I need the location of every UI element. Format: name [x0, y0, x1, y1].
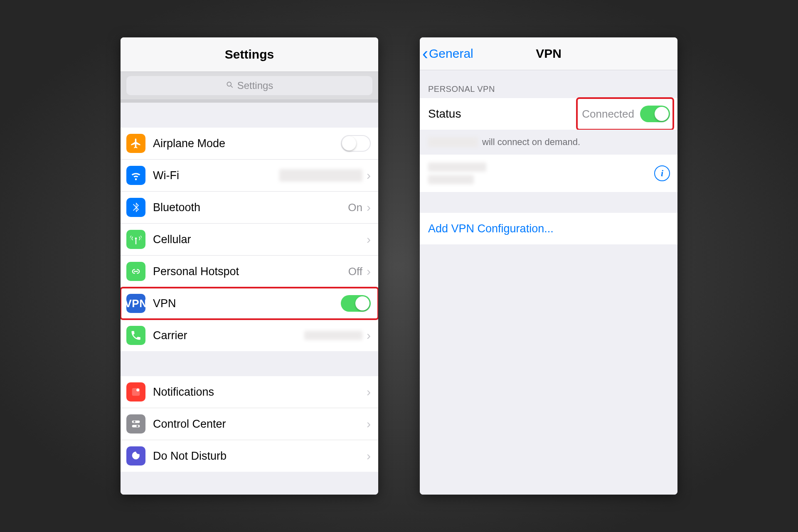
control-center-icon — [126, 414, 145, 433]
svg-rect-4 — [132, 421, 140, 423]
redacted-line — [428, 175, 474, 184]
vpn-status-list: Status Connected — [420, 98, 677, 130]
redacted-name — [428, 137, 478, 147]
svg-point-6 — [133, 421, 135, 423]
row-control-center[interactable]: Control Center › — [121, 408, 378, 440]
row-value: On — [348, 201, 362, 214]
search-placeholder: Settings — [237, 80, 273, 91]
group-header: PERSONAL VPN — [420, 70, 677, 98]
section-gap — [121, 103, 378, 128]
vpn-config-list: i — [420, 155, 677, 192]
chevron-right-icon: › — [367, 168, 371, 182]
page-title: Settings — [225, 47, 274, 62]
vpn-toggle[interactable] — [341, 295, 371, 312]
settings-list-1: Airplane Mode Wi-Fi › Bluetooth On › — [121, 128, 378, 351]
redacted-config — [428, 163, 490, 184]
row-bluetooth[interactable]: Bluetooth On › — [121, 192, 378, 224]
row-vpn-config[interactable]: i — [420, 155, 677, 192]
row-label: Wi-Fi — [153, 169, 179, 182]
back-button[interactable]: ‹ General — [420, 44, 473, 64]
chevron-right-icon: › — [367, 449, 371, 463]
carrier-icon — [126, 326, 145, 345]
chevron-right-icon: › — [367, 385, 371, 399]
search-container: Settings — [121, 72, 378, 99]
row-vpn[interactable]: VPN VPN — [121, 288, 378, 320]
footer-text: will connect on demand. — [482, 137, 580, 148]
vpn-icon: VPN — [126, 294, 145, 313]
svg-point-3 — [136, 389, 139, 392]
row-personal-hotspot[interactable]: Personal Hotspot Off › — [121, 256, 378, 288]
divider — [121, 99, 378, 103]
row-label: Airplane Mode — [153, 137, 225, 150]
row-cellular[interactable]: Cellular › — [121, 224, 378, 256]
cellular-icon — [126, 230, 145, 249]
row-value: Off — [348, 265, 362, 278]
airplane-toggle[interactable] — [341, 135, 371, 152]
chevron-right-icon: › — [367, 417, 371, 431]
do-not-disturb-icon — [126, 446, 145, 466]
settings-screen: Settings Settings Airplane Mode Wi-Fi — [121, 37, 378, 495]
vpn-screen: ‹ General VPN PERSONAL VPN Status Connec… — [420, 37, 677, 495]
chevron-right-icon: › — [367, 328, 371, 342]
svg-point-7 — [136, 425, 138, 427]
chevron-right-icon: › — [367, 200, 371, 214]
chevron-right-icon: › — [367, 232, 371, 246]
search-icon — [226, 80, 234, 91]
hotspot-icon — [126, 262, 145, 281]
title-bar: Settings — [121, 37, 378, 72]
row-airplane-mode[interactable]: Airplane Mode — [121, 128, 378, 160]
search-input[interactable]: Settings — [126, 76, 372, 95]
nav-bar: ‹ General VPN — [420, 37, 677, 70]
chevron-left-icon: ‹ — [422, 44, 428, 64]
settings-list-2: Notifications › Control Center › Do Not … — [121, 376, 378, 472]
info-icon[interactable]: i — [654, 165, 670, 181]
back-label: General — [429, 47, 473, 61]
row-label: Personal Hotspot — [153, 265, 239, 278]
row-label: Notifications — [153, 386, 214, 399]
status-label: Status — [428, 107, 461, 121]
row-do-not-disturb[interactable]: Do Not Disturb › — [121, 440, 378, 472]
row-label: Control Center — [153, 418, 226, 431]
status-right: Connected — [582, 106, 670, 122]
redacted-line — [428, 163, 486, 172]
airplane-icon — [126, 134, 145, 153]
row-wifi[interactable]: Wi-Fi › — [121, 160, 378, 192]
redacted-value — [279, 169, 362, 182]
bluetooth-icon — [126, 198, 145, 217]
row-label: Cellular — [153, 233, 191, 246]
row-label: Carrier — [153, 329, 187, 342]
row-label: VPN — [153, 297, 176, 310]
section-gap — [420, 192, 677, 213]
notifications-icon — [126, 382, 145, 401]
add-vpn-label: Add VPN Configuration... — [428, 222, 554, 235]
section-gap — [121, 351, 378, 376]
status-toggle[interactable] — [640, 106, 670, 122]
wifi-icon — [126, 166, 145, 185]
svg-rect-5 — [132, 425, 140, 427]
row-carrier[interactable]: Carrier › — [121, 320, 378, 351]
row-notifications[interactable]: Notifications › — [121, 376, 378, 408]
row-status[interactable]: Status Connected — [420, 98, 677, 130]
status-footer: will connect on demand. — [420, 130, 677, 155]
svg-point-0 — [227, 82, 231, 86]
redacted-value — [304, 331, 362, 340]
vpn-add-list: Add VPN Configuration... — [420, 213, 677, 244]
row-label: Do Not Disturb — [153, 450, 227, 463]
row-label: Bluetooth — [153, 201, 200, 214]
status-value: Connected — [582, 108, 634, 121]
svg-line-1 — [231, 86, 232, 88]
row-add-vpn[interactable]: Add VPN Configuration... — [420, 213, 677, 244]
chevron-right-icon: › — [367, 264, 371, 278]
